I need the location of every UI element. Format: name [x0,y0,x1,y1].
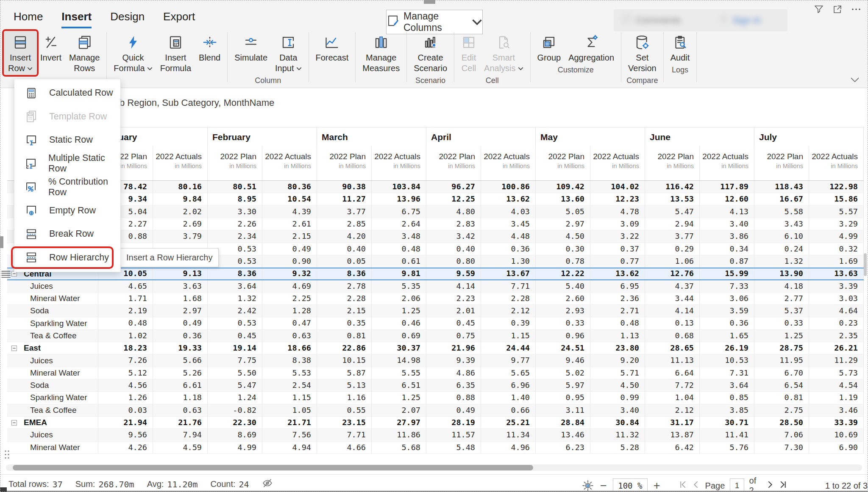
data-cell[interactable]: 96.27 [426,181,481,193]
row-label-cell[interactable]: Sparkling Water [7,317,98,329]
data-cell[interactable]: 1.04 [645,392,700,404]
data-cell[interactable]: 9.32 [262,268,317,279]
data-cell[interactable]: 0.36 [700,317,754,329]
data-cell[interactable]: 5.48 [426,442,481,453]
data-cell[interactable]: 5.47 [208,379,262,391]
data-cell[interactable]: 6.42 [645,442,700,453]
data-cell[interactable]: 15.99 [700,268,754,279]
data-cell[interactable]: 9.77 [481,354,536,366]
tab-export[interactable]: Export [163,10,195,28]
data-cell[interactable]: 1.25 [754,330,809,342]
data-cell[interactable]: 1.25 [372,392,426,404]
data-cell[interactable]: 2.71 [590,305,645,317]
data-cell[interactable]: 2.26 [208,218,262,230]
data-cell[interactable]: 28.75 [754,342,809,354]
data-cell[interactable]: 6.54 [754,379,809,391]
data-cell[interactable]: 1.28 [262,305,317,317]
data-cell[interactable]: 0.77 [590,255,645,267]
data-cell[interactable]: 23.15 [317,417,372,428]
data-cell[interactable]: 1.68 [153,293,208,304]
data-cell[interactable]: 7.75 [208,354,262,366]
data-cell[interactable]: 0.34 [700,243,754,255]
data-cell[interactable]: 5.66 [153,354,208,366]
data-cell[interactable]: 0.29 [645,243,700,255]
data-cell[interactable]: 24.44 [481,342,536,354]
data-cell[interactable]: 6.75 [372,206,426,218]
data-cell[interactable]: 2.19 [98,305,153,317]
data-cell[interactable]: 7.71 [481,280,536,292]
insert-formula-button[interactable]: InsertFormula [156,30,195,75]
data-cell[interactable]: 4.20 [317,230,372,242]
selection-handle-left[interactable] [0,236,3,248]
row-label-cell[interactable]: Soda [7,379,98,391]
data-cell[interactable]: 0.33 [754,317,809,329]
data-cell[interactable]: 9.13 [153,268,208,279]
aggregation-button[interactable]: Aggregation [565,30,618,64]
data-cell[interactable]: 5.53 [262,367,317,379]
data-cell[interactable]: 30.71 [700,417,754,428]
data-cell[interactable]: 6.10 [754,230,809,242]
row-label-cell[interactable]: Tea & Coffee [7,404,98,416]
data-cell[interactable]: 90.38 [317,181,372,193]
data-cell[interactable]: 7.94 [153,429,208,441]
data-cell[interactable]: 1.06 [645,255,700,267]
data-cell[interactable]: 5.71 [590,367,645,379]
data-cell[interactable]: 2.15 [317,305,372,317]
horizontal-scrollbar-thumb[interactable] [13,465,533,470]
invert-button[interactable]: Invert [36,30,65,75]
row-label-cell[interactable]: Juices [7,354,98,366]
data-cell[interactable]: 12.25 [426,193,481,205]
data-cell[interactable]: 4.18 [754,280,809,292]
data-cell[interactable]: 2.12 [481,305,536,317]
data-cell[interactable]: 28.84 [536,417,590,428]
data-cell[interactable]: 3.22 [590,230,645,242]
data-cell[interactable]: 1.40 [481,392,536,404]
data-cell[interactable]: 12.76 [645,268,700,279]
data-cell[interactable]: 28.65 [645,342,700,354]
data-cell[interactable]: 12.22 [536,268,590,279]
data-cell[interactable]: 3.64 [700,379,754,391]
data-cell[interactable]: 10.69 [809,429,864,441]
data-cell[interactable]: 21.94 [98,417,153,428]
data-cell[interactable]: 3.39 [809,280,864,292]
data-cell[interactable]: 4.54 [809,379,864,391]
data-cell[interactable]: 0.49 [153,317,208,329]
data-cell[interactable]: 0.48 [372,243,426,255]
data-cell[interactable]: 1.24 [208,392,262,404]
data-cell[interactable]: 7.31 [700,367,754,379]
first-page-icon[interactable] [679,481,687,491]
data-cell[interactable]: 0.05 [317,255,372,267]
quick-formula-button[interactable]: QuickFormula [110,30,156,75]
data-cell[interactable]: 7.33 [700,280,754,292]
data-cell[interactable]: 0.46 [372,317,426,329]
data-cell[interactable]: 0.49 [426,404,481,416]
data-cell[interactable]: 0.32 [809,243,864,255]
data-cell[interactable]: 5.57 [809,206,864,218]
data-cell[interactable]: 13.96 [372,193,426,205]
data-cell[interactable]: 0.63 [262,330,317,342]
data-cell[interactable]: 6.51 [372,379,426,391]
data-cell[interactable]: 9.81 [372,268,426,279]
data-cell[interactable]: 80.36 [262,181,317,193]
data-cell[interactable]: 2.28 [317,293,372,304]
data-cell[interactable]: 1.15 [262,392,317,404]
data-cell[interactable]: 117.89 [700,181,754,193]
menu-item-empty-row[interactable]: Empty Row [14,199,120,223]
data-cell[interactable]: 0.40 [317,243,372,255]
zoom-out-button[interactable]: − [600,479,607,492]
data-cell[interactable]: 21.76 [153,417,208,428]
zoom-in-button[interactable]: + [654,479,660,492]
data-cell[interactable]: 1.05 [262,404,317,416]
data-cell[interactable]: 8.69 [208,429,262,441]
blend-button[interactable]: Blend [195,30,224,75]
data-cell[interactable]: 30.84 [590,417,645,428]
data-cell[interactable]: 2.64 [372,218,426,230]
data-cell[interactable]: 9.56 [98,429,153,441]
data-cell[interactable]: 13.46 [536,429,590,441]
data-cell[interactable]: 8.38 [262,354,317,366]
data-cell[interactable]: 0.96 [536,330,590,342]
data-cell[interactable]: 0.80 [426,255,481,267]
data-cell[interactable]: 0.69 [372,330,426,342]
row-label-cell[interactable]: EMEA [7,417,98,428]
menu-item-break-row[interactable]: Break Row [14,222,120,246]
